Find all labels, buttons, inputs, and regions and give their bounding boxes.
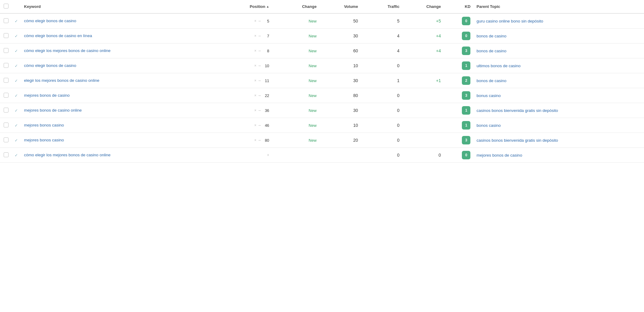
change2-positive-4: +1 — [436, 78, 441, 83]
pos-arrow-icon-1: → — [258, 34, 261, 38]
row-checkbox-8[interactable] — [4, 137, 9, 142]
change2-cell-5 — [403, 88, 444, 103]
verified-icon-9: ✓ — [15, 153, 18, 158]
keyword-link-1[interactable]: cómo elegir bonos de casino en línea — [24, 33, 92, 38]
volume-cell-9 — [320, 148, 361, 163]
row-checkbox-6[interactable] — [4, 108, 9, 113]
keyword-link-0[interactable]: cómo elegir bonos de casino — [24, 19, 76, 23]
traffic-cell-6: 0 — [361, 103, 402, 118]
volume-cell-2: 60 — [320, 43, 361, 58]
kd-badge-8: 3 — [462, 136, 470, 144]
parent-topic-header: Parent Topic — [473, 0, 644, 13]
pos-arrow-icon-0: → — [258, 19, 261, 23]
kd-badge-3: 1 — [462, 61, 470, 70]
pos-number-8: 80 — [262, 138, 269, 143]
keyword-header: Keyword — [21, 0, 201, 13]
change-new-1: New — [309, 34, 317, 38]
row-checkbox-0[interactable] — [4, 18, 9, 23]
kd-badge-6: 1 — [462, 106, 470, 115]
change2-positive-1: +4 — [436, 33, 441, 38]
pos-number-4: 11 — [262, 78, 269, 83]
pos-arrow-icon-8: → — [258, 138, 261, 142]
change2-cell-7 — [403, 118, 444, 133]
pos-arrow-icon-2: → — [258, 49, 261, 53]
parent-link-0[interactable]: guru casino online bono sin depósito — [476, 19, 543, 23]
row-checkbox-9[interactable] — [4, 152, 9, 157]
traffic-cell-3: 0 — [361, 58, 402, 73]
change2-cell-6 — [403, 103, 444, 118]
select-all-checkbox[interactable] — [4, 4, 9, 9]
parent-link-5[interactable]: bonus casino — [476, 93, 501, 98]
parent-link-4[interactable]: bonos de casino — [476, 78, 506, 83]
kd-badge-1: 0 — [462, 32, 470, 40]
keyword-link-4[interactable]: elegir los mejores bonos de casino onlin… — [24, 78, 99, 83]
table-row: ✓mejores bonos casino × → 80 New2003casi… — [0, 133, 644, 148]
pos-cross-icon-1: × — [254, 34, 256, 38]
position-cell-5: × → 22 — [204, 93, 269, 98]
table-row: ✓mejores bonos casino × → 46 New1001bono… — [0, 118, 644, 133]
volume-cell-4: 30 — [320, 73, 361, 88]
verified-icon-7: ✓ — [15, 123, 18, 128]
change-header: Change — [272, 0, 320, 13]
table-body: ✓cómo elegir bonos de casino × → 5 New50… — [0, 13, 644, 163]
position-cell-8: × → 80 — [204, 138, 269, 143]
parent-link-7[interactable]: bonos casino — [476, 123, 501, 128]
keyword-link-8[interactable]: mejores bonos casino — [24, 138, 64, 142]
table-row: ✓cómo elegir bonos de casino × → 5 New50… — [0, 13, 644, 29]
row-checkbox-2[interactable] — [4, 48, 9, 53]
parent-link-1[interactable]: bonos de casino — [476, 34, 506, 38]
pos-cross-icon-6: × — [254, 108, 256, 113]
parent-link-8[interactable]: casinos bonos bienvenida gratis sin depó… — [476, 138, 558, 143]
parent-link-2[interactable]: bonos de casino — [476, 49, 506, 53]
verified-icon-1: ✓ — [15, 34, 18, 38]
change-new-6: New — [309, 108, 317, 113]
change2-cell-3 — [403, 58, 444, 73]
traffic-cell-1: 4 — [361, 29, 402, 43]
verified-icon-5: ✓ — [15, 93, 18, 98]
pos-cross-icon-5: × — [254, 93, 256, 98]
keyword-link-5[interactable]: mejores bonos de casino — [24, 93, 70, 98]
parent-link-6[interactable]: casinos bonos bienvenida gratis sin depó… — [476, 108, 558, 113]
row-checkbox-7[interactable] — [4, 123, 9, 127]
keyword-link-7[interactable]: mejores bonos casino — [24, 123, 64, 127]
position-header[interactable]: Position ▲ — [201, 0, 272, 13]
table-row: ✓mejores bonos de casino online × → 36 N… — [0, 103, 644, 118]
traffic-cell-4: 1 — [361, 73, 402, 88]
pos-number-7: 46 — [262, 123, 269, 128]
position-cell-3: × → 10 — [204, 64, 269, 68]
verified-icon-6: ✓ — [15, 108, 18, 113]
row-checkbox-4[interactable] — [4, 78, 9, 83]
select-all-checkbox-header[interactable] — [0, 0, 12, 13]
parent-link-9[interactable]: mejores bonos de casino — [476, 153, 522, 158]
table-row: ✓mejores bonos de casino × → 22 New8003b… — [0, 88, 644, 103]
position-sort[interactable]: Position ▲ — [250, 4, 269, 9]
traffic-cell-9: 0 — [361, 148, 402, 163]
pos-cross-icon-7: × — [254, 123, 256, 127]
verified-icon-4: ✓ — [15, 78, 18, 83]
keyword-link-3[interactable]: cómo elegir bonos de casino — [24, 63, 76, 68]
pos-number-6: 36 — [262, 108, 269, 113]
pos-cross-icon-0: × — [254, 19, 256, 23]
volume-cell-0: 50 — [320, 13, 361, 29]
traffic-cell-5: 0 — [361, 88, 402, 103]
traffic-cell-0: 5 — [361, 13, 402, 29]
keyword-link-9[interactable]: cómo elegir los mejores bonos de casino … — [24, 153, 110, 157]
row-checkbox-1[interactable] — [4, 33, 9, 38]
table-row: ✓elegir los mejores bonos de casino onli… — [0, 73, 644, 88]
change-new-8: New — [309, 138, 317, 143]
position-cell-4: × → 11 — [204, 78, 269, 83]
pos-arrow-icon-6: → — [258, 108, 261, 113]
position-cell-0: × → 5 — [204, 19, 269, 23]
kd-badge-2: 3 — [462, 47, 470, 55]
traffic-header: Traffic — [361, 0, 402, 13]
keyword-link-6[interactable]: mejores bonos de casino online — [24, 108, 82, 113]
position-cell-9: × — [204, 153, 269, 157]
change-new-0: New — [309, 19, 317, 23]
row-checkbox-5[interactable] — [4, 93, 9, 98]
pos-cross-icon-2: × — [254, 49, 256, 53]
parent-link-3[interactable]: ultimos bonos de casino — [476, 64, 521, 68]
kd-header: KD — [444, 0, 473, 13]
row-checkbox-3[interactable] — [4, 63, 9, 68]
keyword-table-container: Keyword Position ▲ Change Volume Traffic — [0, 0, 644, 163]
keyword-link-2[interactable]: cómo elegir los mejores bonos de casino … — [24, 48, 110, 53]
